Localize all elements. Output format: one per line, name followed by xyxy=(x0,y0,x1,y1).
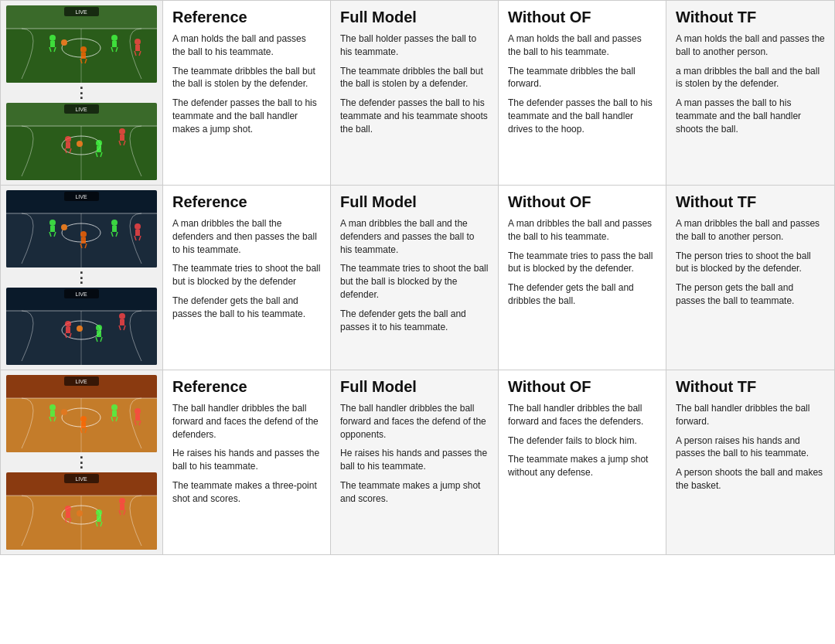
svg-rect-94 xyxy=(50,411,55,417)
court-image-top-2: LIVE xyxy=(6,375,157,452)
svg-point-125 xyxy=(119,498,125,504)
svg-point-101 xyxy=(111,404,118,411)
text-block-2-2-2: The teammate makes a jump shot without a… xyxy=(508,453,656,479)
text-block-0-3-1: a man dribbles the ball and the ball is … xyxy=(676,65,825,91)
text-col-1-3: Without TFA man dribbles the ball and pa… xyxy=(666,186,834,370)
text-block-0-2-0: A man holds the ball and passes the ball… xyxy=(508,32,656,59)
svg-point-57 xyxy=(111,220,118,226)
svg-point-49 xyxy=(49,220,56,226)
text-block-1-1-1: The teammate tries to shoot the ball but… xyxy=(340,262,489,301)
svg-point-65 xyxy=(61,224,67,230)
text-block-1-3-1: The person tries to shoot the ball but i… xyxy=(676,250,825,276)
svg-rect-38 xyxy=(120,135,124,141)
col-title-2-0: Reference xyxy=(172,378,321,396)
svg-rect-102 xyxy=(112,411,117,417)
svg-point-53 xyxy=(80,231,87,237)
text-block-1-1-2: The defender gets the ball and passes it… xyxy=(340,308,489,334)
svg-point-97 xyxy=(80,416,87,422)
svg-rect-34 xyxy=(97,146,101,152)
text-col-2-0: ReferenceThe ball handler dribbles the b… xyxy=(163,370,331,554)
col-title-1-1: Full Model xyxy=(340,193,489,211)
text-block-2-3-1: A person raises his hands and passes the… xyxy=(676,434,825,461)
col-title-2-3: Without TF xyxy=(676,378,825,396)
svg-point-93 xyxy=(49,404,56,411)
col-title-0-2: Without OF xyxy=(508,9,656,26)
text-block-0-0-0: A man holds the ball and passes the ball… xyxy=(172,32,321,59)
svg-rect-122 xyxy=(97,516,101,522)
text-col-0-0: ReferenceA man holds the ball and passes… xyxy=(163,1,331,185)
svg-point-85 xyxy=(77,325,83,332)
svg-rect-18 xyxy=(135,45,140,51)
text-block-1-3-0: A man dribbles the ball and passes the b… xyxy=(676,217,825,244)
text-col-1-1: Full ModelA man dribbles the ball and th… xyxy=(331,186,499,370)
svg-rect-50 xyxy=(50,226,55,232)
svg-text:LIVE: LIVE xyxy=(75,194,87,199)
col-title-2-2: Without OF xyxy=(508,378,656,396)
text-block-2-3-2: A person shoots the ball and makes the b… xyxy=(676,466,825,492)
ellipsis-dots: ⋮ xyxy=(74,271,89,285)
text-col-2-2: Without OFThe ball handler dribbles the … xyxy=(499,370,666,554)
svg-point-21 xyxy=(61,39,67,46)
text-col-0-1: Full ModelThe ball holder passes the bal… xyxy=(331,1,499,185)
svg-point-121 xyxy=(96,509,102,516)
text-col-2-1: Full ModelThe ball handler dribbles the … xyxy=(331,370,499,554)
svg-point-117 xyxy=(65,506,71,512)
text-col-1-0: ReferenceA man dribbles the ball the def… xyxy=(163,186,331,370)
image-col-2: LIVE ⋮ xyxy=(1,370,163,554)
text-block-2-3-0: The ball handler dribbles the ball forwa… xyxy=(676,402,825,428)
svg-point-109 xyxy=(61,409,67,415)
court-image-top-1: LIVE xyxy=(6,190,157,267)
svg-text:LIVE: LIVE xyxy=(75,107,87,112)
text-block-1-2-0: A man dribbles the ball and passes the b… xyxy=(508,217,656,244)
svg-point-13 xyxy=(111,35,118,41)
svg-rect-10 xyxy=(81,53,86,59)
court-image-bottom-0: LIVE xyxy=(6,103,157,180)
text-block-2-2-1: The defender fails to block him. xyxy=(508,434,656,448)
text-block-1-1-0: A man dribbles the ball and the defender… xyxy=(340,217,489,256)
text-block-1-2-2: The defender gets the ball and dribbles … xyxy=(508,281,656,308)
text-block-1-0-2: The defender gets the ball and passes th… xyxy=(172,295,321,321)
svg-rect-6 xyxy=(50,41,55,47)
text-block-1-0-0: A man dribbles the ball the defenders an… xyxy=(172,217,321,256)
text-block-0-2-1: The teammate dribbles the ball forward. xyxy=(508,65,656,91)
svg-rect-54 xyxy=(81,237,86,244)
court-image-bottom-1: LIVE xyxy=(6,288,157,365)
svg-point-41 xyxy=(77,141,83,147)
ellipsis-dots: ⋮ xyxy=(74,86,89,100)
text-block-2-1-2: The teammate makes a jump shot and score… xyxy=(340,479,489,506)
svg-text:LIVE: LIVE xyxy=(75,9,87,15)
svg-point-9 xyxy=(80,46,87,53)
svg-rect-82 xyxy=(120,319,124,325)
text-block-2-0-1: He raises his hands and passes the ball … xyxy=(172,447,321,473)
svg-point-17 xyxy=(135,39,141,45)
text-block-0-1-0: The ball holder passes the ball to his t… xyxy=(340,32,489,59)
svg-point-37 xyxy=(119,128,125,135)
row-2: LIVE ⋮ xyxy=(1,370,834,554)
text-block-0-3-0: A man holds the ball and passes the ball… xyxy=(676,32,825,59)
col-title-1-3: Without TF xyxy=(676,193,825,211)
main-grid: LIVE ⋮ xyxy=(0,0,835,555)
row-1: LIVE ⋮ xyxy=(1,186,834,370)
svg-rect-106 xyxy=(135,414,140,421)
svg-point-73 xyxy=(65,321,71,327)
text-block-1-3-2: The person gets the ball and passes the … xyxy=(676,281,825,308)
text-block-2-0-2: The teammate makes a three-point shot an… xyxy=(172,479,321,506)
text-block-0-3-2: A man passes the ball to his teammate an… xyxy=(676,97,825,135)
svg-point-81 xyxy=(119,313,125,319)
svg-point-77 xyxy=(96,325,102,331)
svg-text:LIVE: LIVE xyxy=(75,476,87,482)
text-block-1-2-1: The teammate tries to pass the ball but … xyxy=(508,250,656,276)
svg-rect-78 xyxy=(97,331,101,337)
text-col-2-3: Without TFThe ball handler dribbles the … xyxy=(666,370,834,554)
text-col-1-2: Without OFA man dribbles the ball and pa… xyxy=(499,186,666,370)
svg-text:LIVE: LIVE xyxy=(75,379,87,384)
svg-point-33 xyxy=(96,140,102,146)
text-block-2-1-1: He raises his hands and passes the ball … xyxy=(340,447,489,473)
text-col-0-2: Without OFA man holds the ball and passe… xyxy=(499,1,666,185)
col-title-1-2: Without OF xyxy=(508,193,656,211)
court-image-bottom-2: LIVE xyxy=(6,472,157,550)
image-col-1: LIVE ⋮ xyxy=(1,186,163,370)
image-col-0: LIVE ⋮ xyxy=(1,1,163,185)
col-title-0-1: Full Model xyxy=(340,9,489,26)
col-title-2-1: Full Model xyxy=(340,378,489,396)
